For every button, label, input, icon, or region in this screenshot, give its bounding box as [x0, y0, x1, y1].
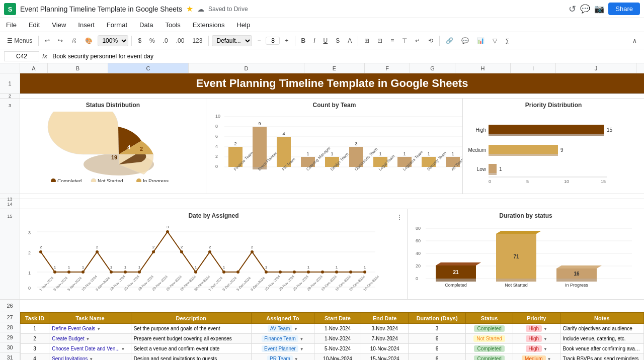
- column-headers: A B C D E F G H I J: [0, 63, 644, 73]
- cell-assigned[interactable]: Event Planner ▼: [251, 344, 314, 354]
- priority-dropdown[interactable]: ▼: [543, 347, 547, 351]
- font-size-input[interactable]: [266, 37, 280, 45]
- currency-button[interactable]: $: [135, 36, 144, 46]
- col-header-c[interactable]: C: [108, 63, 189, 73]
- menu-file[interactable]: File: [4, 20, 19, 30]
- cell-reference-input[interactable]: [4, 51, 39, 61]
- priority-dropdown[interactable]: ▼: [543, 327, 547, 331]
- zoom-select[interactable]: 100%75%50%: [98, 35, 128, 46]
- strikethrough-button[interactable]: S: [333, 36, 343, 46]
- menus-button[interactable]: ☰ Menus: [4, 36, 35, 46]
- paint-format-button[interactable]: 🎨: [82, 36, 96, 46]
- redo-button[interactable]: ↪: [55, 36, 66, 46]
- svg-text:Low: Low: [477, 166, 487, 172]
- col-header-a[interactable]: A: [20, 63, 48, 73]
- percent-button[interactable]: %: [146, 36, 158, 46]
- undo-button[interactable]: ↩: [42, 36, 53, 46]
- menu-extensions[interactable]: Extensions: [191, 20, 227, 30]
- cell-status[interactable]: Completed: [466, 354, 513, 361]
- cell-priority[interactable]: High ▼: [513, 334, 560, 344]
- cell-task-name[interactable]: Define Event Goals ▼: [49, 324, 131, 334]
- menu-view[interactable]: View: [50, 20, 68, 30]
- filter-button[interactable]: ▽: [490, 36, 500, 46]
- svg-text:2: 2: [251, 245, 254, 249]
- underline-button[interactable]: U: [320, 36, 331, 46]
- italic-button[interactable]: I: [310, 36, 318, 46]
- cell-task-name[interactable]: Choose Event Date and Ven... ▼: [49, 344, 131, 354]
- table-row[interactable]: 3 Choose Event Date and Ven... ▼ Select …: [21, 344, 644, 354]
- col-header-f[interactable]: F: [365, 63, 410, 73]
- row-num-1[interactable]: 1: [0, 73, 20, 94]
- format-number-button[interactable]: 123: [189, 36, 205, 46]
- decimal-inc-button[interactable]: .00: [173, 36, 188, 46]
- cell-priority[interactable]: Medium ▼: [513, 354, 560, 361]
- menu-tools[interactable]: Tools: [163, 20, 182, 30]
- comment-icon[interactable]: 💬: [580, 4, 590, 14]
- col-header-b[interactable]: B: [48, 63, 108, 73]
- cell-assigned[interactable]: Finance Team ▼: [251, 334, 314, 344]
- priority-dropdown[interactable]: ▼: [543, 337, 547, 341]
- collapse-toolbar-button[interactable]: ∧: [629, 36, 640, 46]
- menu-help[interactable]: Help: [234, 20, 252, 30]
- col-header-j[interactable]: J: [556, 63, 636, 73]
- col-header-i[interactable]: I: [511, 63, 556, 73]
- assigned-dropdown[interactable]: ▼: [294, 327, 298, 331]
- bold-button[interactable]: B: [298, 36, 309, 46]
- table-row[interactable]: 2 Create Budget ▼ Prepare event budget c…: [21, 334, 644, 344]
- task-name-dropdown[interactable]: ▼: [121, 347, 125, 351]
- star-icon[interactable]: ★: [186, 4, 193, 14]
- col-header-g[interactable]: G: [410, 63, 455, 73]
- font-size-increase-button[interactable]: +: [282, 36, 291, 46]
- text-color-button[interactable]: A: [345, 36, 355, 46]
- valign-button[interactable]: ⊤: [399, 36, 410, 46]
- video-icon[interactable]: 📷: [594, 4, 604, 14]
- table-row[interactable]: 1 Define Event Goals ▼ Set the purpose a…: [21, 324, 644, 334]
- formula-input[interactable]: [50, 52, 640, 61]
- chart-options-icon[interactable]: ⋮: [396, 213, 403, 221]
- history-icon[interactable]: ↺: [569, 4, 576, 15]
- cell-status[interactable]: Completed: [466, 324, 513, 334]
- merge-button[interactable]: ⊡: [374, 36, 385, 46]
- task-name-dropdown[interactable]: ▼: [97, 327, 101, 331]
- col-header-d[interactable]: D: [189, 63, 304, 73]
- cell-assigned[interactable]: AV Team ▼: [251, 324, 314, 334]
- priority-dropdown[interactable]: ▼: [547, 357, 551, 360]
- svg-point-98: [166, 230, 169, 233]
- font-size-decrease-button[interactable]: −: [254, 36, 264, 46]
- cell-status[interactable]: Completed: [466, 344, 513, 354]
- col-header-h[interactable]: H: [455, 63, 511, 73]
- decimal-dec-button[interactable]: .0: [160, 36, 171, 46]
- align-button[interactable]: ≡: [387, 36, 397, 46]
- menu-data[interactable]: Data: [137, 20, 155, 30]
- link-button[interactable]: 🔗: [443, 36, 456, 46]
- svg-point-10: [136, 178, 141, 182]
- borders-button[interactable]: ⊞: [361, 36, 372, 46]
- print-button[interactable]: 🖨: [68, 36, 80, 46]
- cell-priority[interactable]: High ▼: [513, 324, 560, 334]
- menu-edit[interactable]: Edit: [27, 20, 42, 30]
- task-name-dropdown[interactable]: ▼: [86, 337, 90, 341]
- assigned-dropdown[interactable]: ▼: [300, 347, 304, 351]
- cell-status[interactable]: Not Started: [466, 334, 513, 344]
- assigned-dropdown[interactable]: ▼: [294, 357, 298, 360]
- cell-task-name[interactable]: Send Invitations ▼: [49, 354, 131, 361]
- svg-point-84: [67, 271, 70, 274]
- comment-btn[interactable]: 💬: [458, 36, 472, 46]
- table-row[interactable]: 4 Send Invitations ▼ Design and send inv…: [21, 354, 644, 361]
- wrap-button[interactable]: ↵: [412, 36, 423, 46]
- svg-text:1: 1: [28, 271, 31, 276]
- cell-task-name[interactable]: Create Budget ▼: [49, 334, 131, 344]
- share-button[interactable]: Share: [608, 3, 640, 15]
- cell-priority[interactable]: High ▼: [513, 344, 560, 354]
- font-select[interactable]: Default...: [212, 35, 252, 46]
- assigned-dropdown[interactable]: ▼: [300, 337, 304, 341]
- task-name-dropdown[interactable]: ▼: [89, 357, 93, 360]
- col-header-e[interactable]: E: [304, 63, 365, 73]
- menu-insert[interactable]: Insert: [76, 20, 97, 30]
- col-header-task-id: Task ID: [21, 313, 49, 324]
- rotate-button[interactable]: ⟲: [425, 36, 436, 46]
- function-button[interactable]: ∑: [502, 36, 513, 46]
- chart-button[interactable]: 📊: [474, 36, 488, 46]
- menu-format[interactable]: Format: [105, 20, 129, 30]
- cell-assigned[interactable]: PR Team ▼: [251, 354, 314, 361]
